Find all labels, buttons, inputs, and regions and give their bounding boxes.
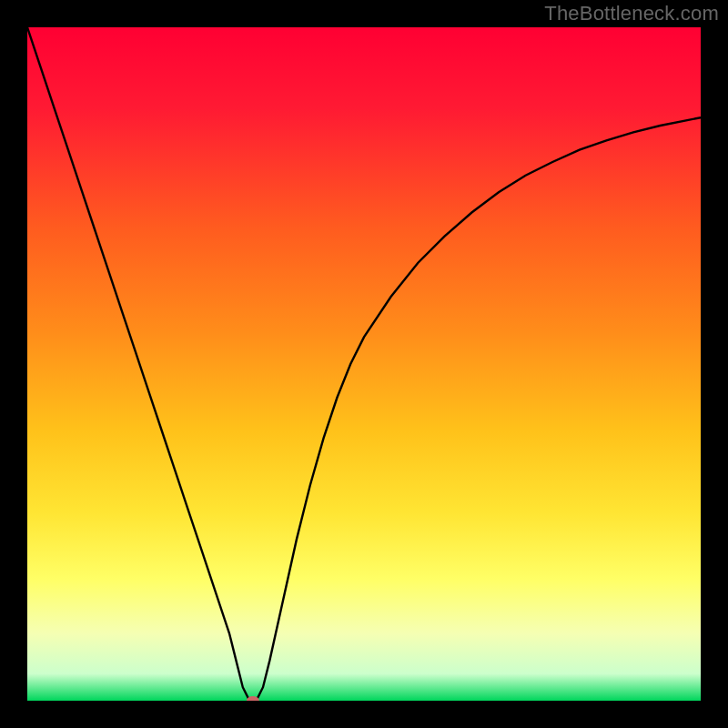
watermark-label: TheBottleneck.com [544, 2, 719, 25]
chart-frame: TheBottleneck.com [0, 0, 728, 728]
chart-plot-area [27, 27, 701, 701]
chart-background [27, 27, 701, 701]
chart-svg [27, 27, 701, 701]
